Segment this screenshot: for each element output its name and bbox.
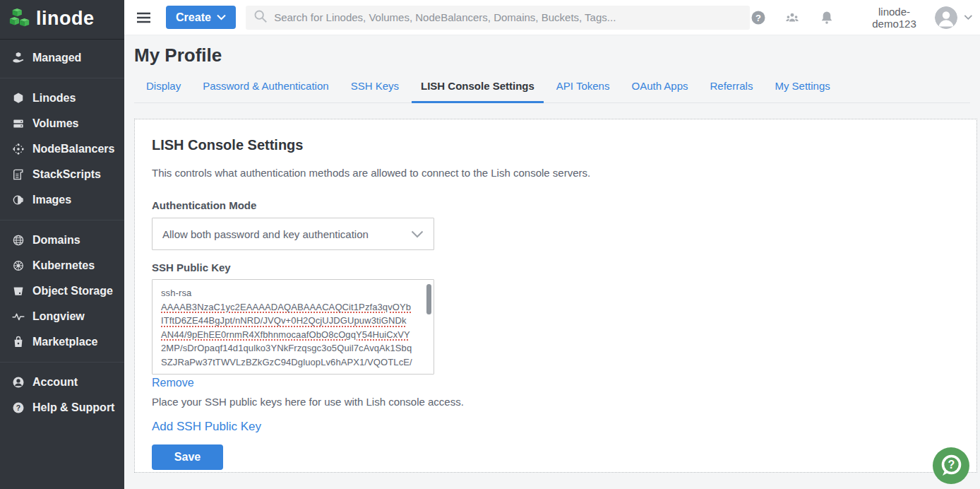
- chevron-down-icon: [217, 14, 226, 20]
- sidebar-divider: [0, 220, 124, 220]
- kubernetes-wheel-icon: [11, 258, 26, 273]
- sidebar-item-label: Help & Support: [32, 401, 114, 414]
- authentication-mode-value: Allow both password and key authenticati…: [162, 228, 411, 240]
- ssh-key-line: ITftD6ZE44BgJpt/nNRD/JVQv+0H2QcjUJDGUpuw…: [161, 314, 421, 328]
- authentication-mode-select[interactable]: Allow both password and key authenticati…: [152, 218, 434, 250]
- sidebar-item-label: Marketplace: [32, 336, 98, 348]
- sidebar-item-label: Volumes: [32, 117, 79, 130]
- tab-display[interactable]: Display: [146, 80, 181, 102]
- tab-my-settings[interactable]: My Settings: [775, 80, 830, 102]
- sidebar-item-domains[interactable]: Domains: [0, 228, 124, 253]
- ssh-key-line: 2MP/sDrOpaqf14d1qulko3YNkFrzqsgc3o5Quil7…: [161, 341, 421, 355]
- main-content: My Profile Display Password & Authentica…: [124, 35, 980, 489]
- page-title: My Profile: [134, 45, 980, 66]
- images-icon: [11, 192, 26, 208]
- lish-settings-panel: LISH Console Settings This controls what…: [134, 119, 977, 473]
- sidebar-item-label: Account: [32, 376, 78, 389]
- sidebar-item-label: Longview: [32, 310, 85, 323]
- panel-title: LISH Console Settings: [152, 137, 960, 153]
- sidebar-item-label: Images: [32, 194, 71, 206]
- sidebar-divider: [0, 362, 124, 363]
- marketplace-bag-icon: [11, 334, 26, 350]
- chevron-down-icon: [964, 14, 973, 20]
- username-label: linode-demo123: [860, 6, 929, 30]
- sidebar-item-object-storage[interactable]: Object Storage: [0, 278, 124, 304]
- sidebar-item-linodes[interactable]: Linodes: [0, 86, 124, 111]
- chevron-down-icon: [411, 230, 424, 238]
- search-bar: [246, 6, 750, 30]
- tab-lish-console-settings[interactable]: LISH Console Settings: [421, 80, 534, 102]
- ssh-key-line: AN44/9pEhEE0rnmR4XfbhnmocaafObO8cOgqY54H…: [161, 328, 421, 342]
- sidebar-item-label: Managed: [32, 52, 81, 64]
- panel-description: This controls what authentication method…: [152, 167, 960, 179]
- sidebar-item-managed[interactable]: Managed: [0, 45, 124, 71]
- linode-logo[interactable]: linode: [0, 0, 124, 40]
- add-ssh-public-key-link[interactable]: Add SSH Public Key: [152, 420, 261, 434]
- remove-key-link[interactable]: Remove: [152, 377, 194, 389]
- authentication-mode-label: Authentication Mode: [152, 199, 960, 211]
- sidebar-item-label: StackScripts: [32, 168, 101, 181]
- sidebar-item-account[interactable]: Account: [0, 370, 124, 395]
- sidebar-item-label: Domains: [32, 234, 80, 247]
- sidebar-item-label: Object Storage: [32, 285, 113, 297]
- managed-icon: [11, 50, 26, 66]
- svg-text:?: ?: [948, 459, 955, 471]
- sidebar-divider: [0, 78, 124, 78]
- sidebar-item-kubernetes[interactable]: Kubernetes: [0, 253, 124, 278]
- notifications-bell-icon[interactable]: [818, 8, 835, 27]
- search-input[interactable]: [274, 11, 743, 23]
- user-menu[interactable]: linode-demo123: [860, 6, 973, 30]
- stackscripts-icon: [11, 167, 26, 182]
- sidebar-item-marketplace[interactable]: Marketplace: [0, 329, 124, 355]
- svg-text:?: ?: [755, 12, 761, 23]
- sidebar-item-stackscripts[interactable]: StackScripts: [0, 162, 124, 187]
- domains-globe-icon: [11, 232, 26, 248]
- help-question-icon: ?: [11, 400, 26, 416]
- help-chat-icon: ?: [932, 447, 970, 485]
- tab-bar: Display Password & Authentication SSH Ke…: [134, 80, 970, 103]
- ssh-key-helper-text: Place your SSH public keys here for use …: [152, 396, 960, 408]
- tab-oauth-apps[interactable]: OAuth Apps: [631, 80, 688, 102]
- sidebar-item-label: NodeBalancers: [32, 143, 115, 155]
- avatar: [935, 6, 957, 29]
- tab-referrals[interactable]: Referrals: [710, 80, 753, 102]
- ssh-key-line: ssh-rsa: [161, 286, 421, 300]
- tab-ssh-keys[interactable]: SSH Keys: [351, 80, 399, 102]
- create-button[interactable]: Create: [166, 6, 236, 29]
- svg-text:?: ?: [16, 404, 20, 412]
- sidebar-item-label: Linodes: [32, 92, 76, 105]
- search-icon: [253, 8, 268, 27]
- longview-pulse-icon: [11, 309, 26, 324]
- create-button-label: Create: [176, 11, 211, 24]
- ssh-public-key-textarea[interactable]: ssh-rsa AAAAB3NzaC1yc2EAAAADAQABAAACAQCi…: [152, 279, 434, 375]
- help-icon[interactable]: ?: [750, 8, 767, 27]
- top-bar: Create ? linode-demo123: [124, 0, 980, 35]
- linode-logo-icon: [8, 6, 31, 33]
- ssh-key-line: AAAAB3NzaC1yc2EAAAADAQABAAACAQCit1Pzfa3q…: [161, 300, 421, 314]
- object-storage-bucket-icon: [11, 283, 26, 299]
- hamburger-menu-icon[interactable]: [134, 8, 153, 28]
- sidebar-item-volumes[interactable]: Volumes: [0, 111, 124, 136]
- sidebar-item-help-support[interactable]: ? Help & Support: [0, 395, 124, 420]
- ssh-key-line: SZJRaPw37tTWVLzBZkGzC94DgluopLv6hAPX1/VQ…: [161, 355, 421, 370]
- community-icon[interactable]: [783, 8, 801, 27]
- sidebar-item-longview[interactable]: Longview: [0, 304, 124, 329]
- account-person-icon: [11, 375, 26, 390]
- sidebar-item-images[interactable]: Images: [0, 187, 124, 213]
- sidebar-item-label: Kubernetes: [32, 259, 95, 272]
- tab-api-tokens[interactable]: API Tokens: [556, 80, 610, 102]
- sidebar: linode Managed Linodes Volumes NodeB: [0, 0, 124, 489]
- linode-cube-icon: [11, 90, 26, 106]
- tab-password-authentication[interactable]: Password & Authentication: [203, 80, 328, 102]
- help-fab-button[interactable]: ?: [932, 447, 970, 485]
- save-button[interactable]: Save: [152, 444, 223, 470]
- volumes-icon: [11, 116, 26, 131]
- sidebar-item-nodebalancers[interactable]: NodeBalancers: [0, 136, 124, 162]
- nodebalancers-icon: [11, 141, 26, 157]
- logo-wordmark: linode: [36, 8, 95, 30]
- textarea-scrollbar[interactable]: [426, 284, 431, 314]
- ssh-public-key-label: SSH Public Key: [152, 261, 960, 273]
